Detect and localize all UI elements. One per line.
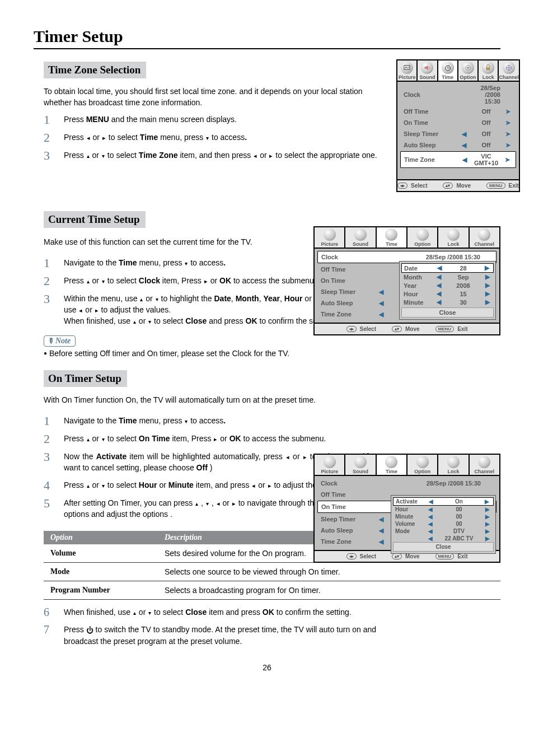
text: to access <box>209 133 245 142</box>
ud-keys-icon: ▴▾ <box>443 183 453 189</box>
osd-tab-sound: Sound <box>418 60 438 81</box>
text: . <box>245 133 247 142</box>
foot-label: Exit <box>457 326 467 332</box>
option-icon <box>462 62 474 74</box>
sub-label: Volume <box>395 521 427 527</box>
tzs-step-2: 2 Press ◂ or ▸ to select Time menu, pres… <box>44 132 384 144</box>
tab-label: Lock <box>483 74 494 80</box>
row-label: Off Time <box>404 108 460 115</box>
sub-label: Mode <box>395 528 427 534</box>
osd-time-menu-clock: Picture Sound Time Option Lock Channel C… <box>313 226 500 335</box>
section-title-timezone: Time Zone Selection <box>44 62 146 78</box>
ots-step-7: 7 Press ⏻ to switch the TV to standby mo… <box>44 624 500 647</box>
left-arrow-icon: ◂ <box>285 454 290 460</box>
sub-label: Minute <box>395 514 427 520</box>
text: or <box>90 276 101 285</box>
left-caret-icon: ◀ <box>435 273 443 281</box>
text: and the main menu screen displays. <box>109 115 237 124</box>
osd-tab-sound: Sound <box>345 455 376 475</box>
item-name: Hour <box>139 480 157 489</box>
tab-label: Option <box>414 469 430 474</box>
sub-value: 2008 <box>443 282 484 289</box>
row-label: Time Zone <box>321 311 377 318</box>
row-label: On Time <box>321 503 377 510</box>
text: or <box>90 151 101 160</box>
tab-label: Time <box>386 241 397 247</box>
osd-submenu-ontime: Activate◀On▶ Hour◀00▶ Minute◀00▶ Volume◀… <box>391 495 496 554</box>
right-arrow-icon: ▸ <box>204 278 208 284</box>
item-name: On Time <box>139 434 170 443</box>
row-label: On Time <box>404 119 460 126</box>
menu-name: Time <box>119 416 137 425</box>
tab-label: Lock <box>447 241 459 247</box>
text: menu, press <box>137 258 185 267</box>
row-label: Sleep Timer <box>321 288 377 295</box>
lr-keys-icon: ◂▸ <box>397 183 407 189</box>
text: item, and press <box>194 480 252 489</box>
sub-row-channel: ◀22 ABC TV▶ <box>393 535 494 542</box>
tab-label: Sound <box>353 241 368 247</box>
lock-icon <box>482 62 494 74</box>
row-value: 28/Sep /2008 15:30 <box>386 254 484 260</box>
left-arrow-icon: ◂ <box>86 134 91 141</box>
menu-key-icon: MENU <box>486 183 505 189</box>
osd-row-offtime: Off TimeOff➤ <box>400 106 516 117</box>
osd-footer: ◂▸Select ▴▾Move MENUExit <box>315 323 499 334</box>
item-name: Year <box>263 294 280 303</box>
row-value: Off <box>469 142 504 148</box>
sub-label: Activate <box>396 498 427 505</box>
text: Press <box>64 625 86 634</box>
sub-close: Close <box>401 307 494 318</box>
text: or <box>302 294 313 303</box>
osd-row-timezone: Time Zone◀VIC GMT+10➤ <box>400 151 516 168</box>
osd-tabs: Picture Sound Time Option Lock Channel <box>315 455 499 476</box>
text: ) <box>208 463 213 472</box>
channel-icon <box>478 228 490 241</box>
sub-label: Hour <box>404 291 435 297</box>
osd-footer: ◂▸Select ▴▾Move MENUExit <box>397 179 519 191</box>
row-label: Clock <box>321 254 377 260</box>
osd-tab-time: Time <box>438 60 458 81</box>
tab-label: Sound <box>419 74 435 80</box>
menu-name: Time <box>140 133 158 142</box>
right-caret-icon: ▶ <box>484 282 491 289</box>
osd-tab-channel: Channel <box>470 227 499 248</box>
osd-tab-time: Time <box>377 227 407 248</box>
left-caret-icon: ◀ <box>435 282 443 289</box>
left-caret-icon: ◀ <box>435 290 443 297</box>
sub-value: 00 <box>434 506 484 512</box>
text: item will be highlighted automatically, … <box>127 452 285 461</box>
right-caret-icon: ▶ <box>484 506 491 512</box>
tzs-intro: To obtain local time, you should first s… <box>44 86 384 108</box>
text: to select <box>152 316 185 325</box>
osd-row-autosleep: Auto Sleep◀Off➤ <box>400 139 516 151</box>
osd-tab-time: Time <box>377 455 407 475</box>
lock-icon <box>447 456 460 468</box>
right-caret-icon: ➤ <box>504 119 513 127</box>
sub-value: 00 <box>434 514 484 520</box>
text: to select <box>152 608 185 617</box>
channel-icon <box>478 456 490 468</box>
text: Before setting Off timer and On timer, p… <box>49 349 289 358</box>
down-arrow-icon: ▾ <box>155 296 159 302</box>
picture-icon <box>401 62 413 74</box>
text: or <box>91 133 102 142</box>
right-caret-icon: ▶ <box>484 290 491 297</box>
foot-label: Select <box>360 553 376 559</box>
time-icon <box>385 228 397 241</box>
item-name: Date <box>214 294 231 303</box>
step-number: 4 <box>44 479 64 492</box>
step-number: 6 <box>44 606 64 618</box>
text: , <box>231 294 236 303</box>
sub-value: Sep <box>443 274 484 281</box>
osd-submenu-clock: Date◀28▶ Month◀Sep▶ Year◀2008▶ Hour◀15▶ … <box>399 261 496 320</box>
text: or <box>221 498 232 507</box>
opt-desc: Selects a broadcasting program for On ti… <box>158 581 500 600</box>
left-caret-icon: ◀ <box>460 156 469 164</box>
foot-label: Select <box>360 326 376 332</box>
picture-icon <box>324 456 336 468</box>
left-caret-icon: ◀ <box>427 535 434 542</box>
text: to switch the TV to standby mode. At the… <box>64 625 376 646</box>
row-label: Off Time <box>321 266 377 273</box>
sub-row-mode: Mode◀DTV▶ <box>393 528 494 535</box>
